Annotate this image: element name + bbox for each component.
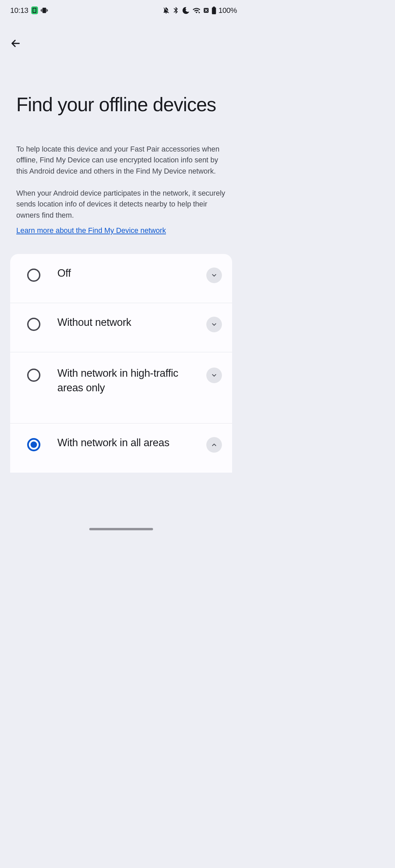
description-paragraph-2: When your Android device participates in… xyxy=(16,188,226,221)
option-label: With network in all areas xyxy=(57,435,206,450)
no-sim-icon xyxy=(203,7,209,14)
back-button[interactable] xyxy=(7,35,24,52)
bluetooth-icon xyxy=(172,6,180,14)
radio-button[interactable] xyxy=(27,438,40,451)
wifi-icon xyxy=(192,6,201,15)
collapse-button[interactable] xyxy=(206,437,222,453)
radio-button[interactable] xyxy=(27,369,40,382)
page-title: Find your offline devices xyxy=(16,94,226,116)
option-label: Without network xyxy=(57,315,206,330)
svg-point-0 xyxy=(199,12,200,13)
learn-more-link[interactable]: Learn more about the Find My Device netw… xyxy=(16,226,166,235)
option-label: Off xyxy=(57,266,206,280)
option-high-traffic[interactable]: With network in high-traffic areas only xyxy=(10,352,232,423)
battery-saver-icon xyxy=(31,6,38,14)
chevron-down-icon xyxy=(211,372,218,379)
options-card: Off Without network With network in high… xyxy=(10,254,232,473)
radio-button-inner xyxy=(31,441,37,448)
expand-button[interactable] xyxy=(206,317,222,332)
dnd-moon-icon xyxy=(182,6,190,15)
status-time: 10:13 xyxy=(10,6,29,15)
status-bar-left: 10:13 xyxy=(10,6,48,15)
notifications-off-icon xyxy=(162,6,170,14)
option-label: With network in high-traffic areas only xyxy=(57,366,206,395)
description-area: To help locate this device and your Fast… xyxy=(0,116,242,235)
vibrate-icon xyxy=(41,7,48,14)
nav-handle[interactable] xyxy=(89,528,153,530)
chevron-down-icon xyxy=(211,272,218,279)
chevron-up-icon xyxy=(211,441,218,448)
arrow-back-icon xyxy=(10,37,22,50)
option-off[interactable]: Off xyxy=(10,254,232,303)
battery-icon xyxy=(211,6,217,15)
radio-button[interactable] xyxy=(27,269,40,282)
svg-rect-3 xyxy=(213,6,215,7)
header-area: Find your offline devices xyxy=(0,52,242,116)
app-bar xyxy=(0,17,242,52)
svg-rect-2 xyxy=(212,7,216,14)
option-without-network[interactable]: Without network xyxy=(10,303,232,352)
chevron-down-icon xyxy=(211,321,218,328)
expand-button[interactable] xyxy=(206,268,222,283)
status-bar-right: 100% xyxy=(162,6,237,15)
status-bar: 10:13 100% xyxy=(0,0,242,17)
battery-percent: 100% xyxy=(219,6,237,15)
option-all-areas[interactable]: With network in all areas xyxy=(10,423,232,473)
expand-button[interactable] xyxy=(206,368,222,383)
description-paragraph-1: To help locate this device and your Fast… xyxy=(16,144,226,177)
radio-button[interactable] xyxy=(27,318,40,331)
